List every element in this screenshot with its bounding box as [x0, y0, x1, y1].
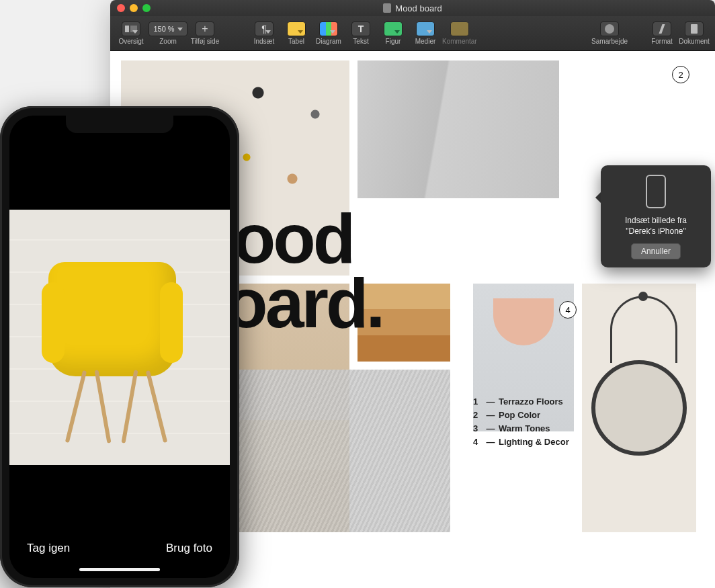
- legend-row: 4—Lighting & Decor: [473, 435, 569, 449]
- popover-line-1: Indsæt billede fra: [609, 215, 703, 226]
- callout-4[interactable]: 4: [559, 301, 577, 319]
- window-title-text: Mood board: [395, 3, 441, 13]
- document-icon: [383, 3, 391, 13]
- chart-icon: [319, 22, 338, 36]
- shape-label: Figur: [386, 38, 401, 45]
- collaborate-label: Samarbejde: [591, 38, 628, 45]
- window-title: Mood board: [110, 3, 715, 13]
- collaborate-button[interactable]: Samarbejde: [591, 18, 628, 49]
- legend-label: Warm Tones: [499, 423, 550, 433]
- iphone-device: Tag igen Brug foto: [0, 106, 239, 587]
- insert-icon: [255, 22, 274, 36]
- text-button[interactable]: Tekst: [345, 18, 376, 49]
- photo-subject-chair: [40, 250, 188, 452]
- legend-list[interactable]: 1—Terrazzo Floors 2—Pop Color 3—Warm Ton…: [473, 395, 569, 450]
- table-label: Tabel: [288, 38, 304, 45]
- popover-message: Indsæt billede fra "Derek's iPhone": [609, 215, 703, 237]
- media-label: Medier: [415, 38, 436, 45]
- view-label: Oversigt: [118, 38, 143, 45]
- view-icon: [122, 22, 140, 36]
- format-button[interactable]: Format: [646, 18, 677, 49]
- camera-action-bar: Tag igen Brug foto: [9, 542, 230, 555]
- image-fur-rug[interactable]: [235, 370, 450, 532]
- toolbar: Oversigt 150 % Zoom Tilføj side Indsæt: [110, 16, 715, 51]
- camera-photo-preview[interactable]: [9, 210, 230, 465]
- legend-row: 3—Warm Tones: [473, 422, 569, 435]
- table-button[interactable]: Tabel: [281, 18, 312, 49]
- add-page-button[interactable]: Tilføj side: [190, 18, 220, 49]
- mirror-strap-decor: [610, 296, 677, 363]
- chart-label: Diagram: [316, 38, 341, 45]
- legend-row: 1—Terrazzo Floors: [473, 395, 569, 409]
- comment-button[interactable]: Kommentar: [442, 18, 477, 49]
- mirror-hook-decor: [638, 292, 648, 301]
- popover-line-2: "Derek's iPhone": [609, 226, 703, 237]
- zoom-label: Zoom: [159, 38, 177, 45]
- retake-button[interactable]: Tag igen: [27, 542, 70, 555]
- use-photo-button[interactable]: Brug foto: [166, 542, 212, 555]
- format-label: Format: [651, 38, 673, 45]
- view-button[interactable]: Oversigt: [116, 18, 146, 49]
- zoom-button[interactable]: 150 % Zoom: [148, 18, 188, 49]
- zoom-value-text: 150 %: [153, 25, 174, 33]
- shape-icon: [384, 22, 403, 36]
- comment-label: Kommentar: [442, 38, 477, 45]
- document-panel-icon: [685, 22, 704, 36]
- insert-label: Indsæt: [254, 38, 275, 45]
- media-button[interactable]: Medier: [410, 18, 441, 49]
- popover-cancel-button[interactable]: Annuller: [631, 243, 681, 259]
- add-page-label: Tilføj side: [191, 38, 219, 45]
- chart-button[interactable]: Diagram: [313, 18, 344, 49]
- image-concrete[interactable]: [358, 60, 559, 198]
- insert-button[interactable]: Indsæt: [249, 18, 280, 49]
- iphone-notch: [66, 116, 173, 133]
- legend-row: 2—Pop Color: [473, 409, 569, 422]
- chevron-down-icon: [177, 28, 183, 31]
- legend-label: Terrazzo Floors: [499, 396, 563, 407]
- table-icon: [287, 22, 306, 36]
- legend-label: Lighting & Decor: [499, 437, 569, 447]
- document-label: Dokument: [679, 38, 710, 45]
- callout-2[interactable]: 2: [672, 66, 689, 83]
- comment-icon: [450, 22, 469, 36]
- iphone-home-indicator[interactable]: [79, 568, 160, 571]
- text-icon: [351, 22, 370, 36]
- media-icon: [416, 22, 435, 36]
- format-icon: [653, 22, 671, 36]
- document-button[interactable]: Dokument: [679, 18, 710, 49]
- shape-button[interactable]: Figur: [378, 18, 409, 49]
- window-titlebar: Mood board: [110, 0, 715, 16]
- iphone-screen: Tag igen Brug foto: [9, 116, 230, 578]
- zoom-value-pill[interactable]: 150 %: [149, 22, 187, 36]
- legend-label: Pop Color: [499, 410, 540, 420]
- text-label: Tekst: [353, 38, 368, 45]
- plus-icon: [196, 22, 214, 36]
- collaborate-icon: [600, 22, 619, 36]
- insert-from-iphone-popover: Indsæt billede fra "Derek's iPhone" Annu…: [601, 165, 711, 267]
- iphone-outline-icon: [646, 175, 666, 208]
